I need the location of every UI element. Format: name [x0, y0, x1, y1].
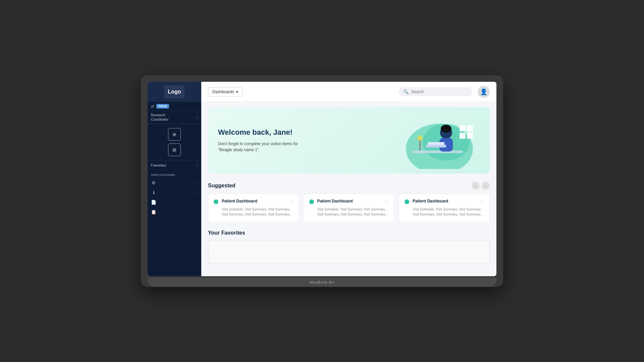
logo-area: Logo	[148, 82, 201, 102]
applications-section: Applications ⚙ › ℹ ›	[148, 170, 201, 218]
sidebar-item-settings[interactable]: ⚙ ›	[148, 178, 201, 188]
suggested-card-0[interactable]: Patient Dashboard ☆ Visit Schedule, Visi…	[208, 194, 299, 222]
sidebar-item-reports[interactable]: 📋 ›	[148, 207, 201, 217]
card-title-2: Patient Dashboard	[413, 199, 484, 203]
suggested-card-2[interactable]: Patient Dashboard ☆ Visit Schedule, Visi…	[399, 194, 490, 222]
sidebar-item-info[interactable]: ℹ ›	[148, 188, 201, 197]
card-desc-0: Visit Schedule, Visit Summary, Visit Sum…	[222, 207, 293, 217]
search-bar[interactable]: 🔍	[398, 87, 472, 96]
svg-rect-11	[467, 125, 473, 131]
document-icon: 📄	[151, 200, 156, 205]
main-content: Dashboards ▾ 🔍 👤	[201, 82, 496, 276]
svg-rect-10	[460, 125, 466, 131]
user-avatar[interactable]: 👤	[478, 86, 490, 98]
suggested-card-1[interactable]: Patient Dashboard ☆ Visit Schedule, Visi…	[304, 194, 394, 222]
avatar-icon: 👤	[480, 88, 487, 96]
info-icon: ℹ	[151, 190, 156, 195]
svg-point-4	[441, 125, 451, 133]
favorite-star-0[interactable]: ☆	[289, 199, 294, 204]
documents-expand-icon: ›	[197, 201, 198, 204]
laptop-base: MacBook Air	[148, 278, 496, 287]
dashboards-button[interactable]: Dashboards ▾	[208, 87, 243, 97]
swap-icon: ⇄	[151, 104, 154, 109]
laptop-model-label: MacBook Air	[310, 280, 334, 284]
svg-rect-2	[413, 150, 463, 153]
applications-label: Applications	[148, 171, 201, 178]
dashboards-dropdown-icon: ▾	[236, 89, 238, 94]
settings-expand-icon: ›	[197, 181, 198, 185]
prev-arrow-button[interactable]: ‹	[472, 182, 480, 190]
card-status-dot-1	[309, 199, 314, 204]
sidebar: Logo ⇄ PROD ResearchCoordinator ›	[148, 82, 201, 276]
settings-icon: ⚙	[151, 180, 156, 185]
favorites-nav-label: Favorites	[151, 163, 166, 167]
reports-expand-icon: ›	[197, 210, 198, 214]
svg-rect-6	[426, 145, 446, 147]
env-row[interactable]: ⇄ PROD	[148, 102, 201, 111]
suggested-cards-row: Patient Dashboard ☆ Visit Schedule, Visi…	[208, 194, 490, 222]
gauge-icon: ⊕	[172, 132, 176, 137]
reports-icon: 📋	[151, 209, 156, 215]
card-desc-1: Visit Schedule, Visit Summary, Visit Sum…	[317, 207, 389, 217]
svg-rect-12	[460, 133, 466, 139]
suggested-title: Suggested	[208, 183, 235, 189]
suggested-section-header: Suggested ‹ ›	[208, 182, 490, 190]
welcome-subtitle: Don't forget to complete your action ite…	[218, 141, 312, 153]
card-status-dot-2	[405, 199, 409, 204]
svg-rect-13	[467, 133, 473, 139]
info-expand-icon: ›	[197, 191, 198, 194]
suggested-nav-arrows: ‹ ›	[472, 182, 490, 190]
page-content: Welcome back, Jane! Don't forget to comp…	[201, 102, 496, 276]
reports-icon-btn[interactable]: ⊞	[168, 143, 181, 156]
favorites-empty-area	[208, 240, 490, 263]
role-label: ResearchCoordinator	[151, 113, 168, 122]
logo[interactable]: Logo	[164, 85, 184, 99]
favorites-nav-row[interactable]: Favorites ›	[148, 161, 201, 170]
search-input[interactable]	[411, 89, 468, 94]
favorite-star-1[interactable]: ☆	[385, 199, 389, 204]
role-expand-icon: ›	[197, 116, 198, 119]
card-desc-2: Visit Schedule, Visit Summary, Visit Sum…	[413, 207, 484, 217]
env-badge: PROD	[156, 104, 169, 109]
sidebar-item-documents[interactable]: 📄 ›	[148, 197, 201, 207]
welcome-title: Welcome back, Jane!	[218, 128, 392, 137]
favorites-section: Your Favorites	[208, 230, 490, 263]
next-arrow-button[interactable]: ›	[482, 182, 490, 190]
card-title-1: Patient Dashboard	[317, 199, 389, 203]
role-selector[interactable]: ResearchCoordinator ›	[148, 111, 201, 124]
card-title-0: Patient Dashboard	[222, 199, 293, 203]
dashboard-icon-btn[interactable]: ⊕	[168, 128, 181, 141]
card-status-dot-0	[214, 199, 218, 204]
favorites-section-title: Your Favorites	[208, 230, 490, 236]
favorite-star-2[interactable]: ☆	[480, 199, 485, 204]
svg-point-9	[417, 135, 423, 141]
sidebar-quick-actions: ⊕ ⊞	[148, 124, 201, 161]
welcome-banner: Welcome back, Jane! Don't forget to comp…	[208, 107, 490, 174]
dashboards-label: Dashboards	[212, 89, 234, 94]
svg-rect-7	[428, 142, 444, 145]
illustration-svg	[392, 115, 480, 169]
search-icon: 🔍	[403, 89, 409, 94]
clipboard-icon: ⊞	[172, 147, 176, 153]
favorites-expand-icon: ›	[197, 164, 198, 167]
header: Dashboards ▾ 🔍 👤	[201, 82, 496, 102]
welcome-illustration	[392, 115, 480, 166]
